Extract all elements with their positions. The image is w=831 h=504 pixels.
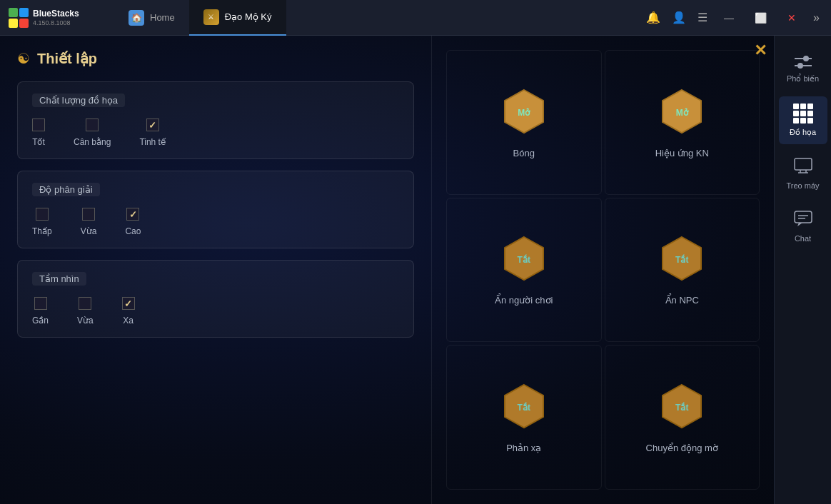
option-tot[interactable]: Tốt	[32, 119, 45, 147]
option-thap[interactable]: Thấp	[32, 208, 52, 236]
tab-home[interactable]: 🏠 Home	[114, 0, 189, 36]
logo-icon	[9, 8, 29, 28]
svg-rect-10	[795, 158, 812, 170]
hex-an-npc[interactable]: Tắt	[657, 233, 707, 286]
checkbox-vua2[interactable]	[79, 297, 91, 310]
sidebar-treo-may-label: Treo máy	[786, 181, 819, 190]
toggle-hieu-ung-label: Hiệu ứng KN	[655, 148, 709, 158]
sidebar-pho-bien-label: Phổ biến	[787, 74, 819, 84]
hex-an-nguoi-state: Tắt	[518, 255, 530, 265]
toggle-an-npc-label: Ẩn NPC	[665, 295, 699, 306]
checkbox-xa[interactable]	[122, 297, 135, 310]
option-cao[interactable]: Cao	[125, 208, 141, 236]
checkbox-tot[interactable]	[32, 119, 45, 131]
toggle-bong[interactable]: Mở Bóng	[446, 50, 602, 195]
option-vua[interactable]: Vừa	[81, 208, 97, 236]
toggle-phan-xa[interactable]: Tắt Phản xạ	[446, 345, 602, 490]
sliders-icon	[793, 54, 813, 70]
checkbox-cao[interactable]	[126, 208, 139, 221]
sidebar-item-pho-bien[interactable]: Phổ biến	[779, 47, 827, 91]
tam-nhin-options: Gần Vừa Xa	[32, 297, 399, 326]
sidebar-item-treo-may[interactable]: Treo máy	[779, 150, 827, 197]
hex-phan-xa[interactable]: Tắt	[499, 381, 549, 434]
hex-hieu-ung[interactable]: Mở	[657, 86, 707, 139]
svg-point-9	[797, 63, 803, 69]
checkbox-can-bang[interactable]	[86, 119, 99, 131]
hex-bong-state: Mở	[518, 108, 530, 118]
menu-icon[interactable]: ☰	[697, 11, 707, 24]
right-settings: Mở Bóng Mở Hiệu ứng KN Tắt Ẩn người chơi	[431, 36, 774, 504]
sidebar: Phổ biến Đồ họa	[774, 36, 831, 504]
hex-an-nguoi[interactable]: Tắt	[499, 233, 549, 286]
option-cao-label: Cao	[125, 226, 141, 236]
home-icon: 🏠	[129, 10, 144, 26]
panel-header: ☯ Thiết lập	[17, 50, 414, 67]
panel-title: Thiết lập	[37, 50, 97, 67]
option-can-bang[interactable]: Cân bằng	[74, 119, 111, 147]
option-can-bang-label: Cân bằng	[74, 137, 111, 147]
checkbox-vua[interactable]	[82, 208, 95, 221]
sidebar-item-chat[interactable]: Chat	[779, 203, 827, 250]
hex-chuyen-dong-state: Tắt	[675, 403, 688, 413]
section-do-phan-giai-label: Độ phân giải	[32, 183, 100, 196]
toggle-an-nguoi-choi[interactable]: Tắt Ẩn người chơi	[446, 198, 602, 343]
hex-chuyen-dong[interactable]: Tắt	[657, 381, 707, 434]
toggle-an-nguoi-label: Ẩn người chơi	[495, 295, 553, 306]
option-vua-label: Vừa	[81, 226, 97, 236]
section-do-phan-giai: Độ phân giải Thấp Vừa Cao	[17, 171, 414, 248]
minimize-button[interactable]: —	[719, 8, 739, 28]
sidebar-chat-label: Chat	[795, 234, 811, 243]
section-tam-nhin-label: Tầm nhìn	[32, 272, 86, 286]
grid-icon	[793, 104, 813, 124]
option-tinh-te[interactable]: Tinh tế	[139, 119, 166, 147]
sidebar-do-hoa-label: Đồ họa	[790, 128, 816, 137]
checkbox-thap[interactable]	[36, 208, 49, 221]
option-thap-label: Thấp	[32, 226, 52, 236]
do-phan-giai-options: Thấp Vừa Cao	[32, 208, 399, 236]
tab-game[interactable]: ⚔ Đạo Mộ Ký	[189, 0, 286, 36]
toggle-bong-label: Bóng	[513, 148, 535, 158]
svg-rect-14	[795, 211, 812, 223]
option-tot-label: Tốt	[32, 137, 45, 147]
toggle-an-npc[interactable]: Tắt Ẩn NPC	[605, 198, 760, 343]
checkbox-gan[interactable]	[34, 297, 47, 310]
app-name: BlueStacks	[33, 9, 79, 19]
bell-icon[interactable]: 🔔	[646, 11, 660, 24]
toggle-hieu-ung-kn[interactable]: Mở Hiệu ứng KN	[605, 50, 760, 195]
chevron-right-icon[interactable]: »	[813, 11, 820, 24]
option-xa-label: Xa	[123, 316, 134, 326]
tab-home-label: Home	[150, 12, 175, 23]
option-tinh-te-label: Tinh tế	[139, 137, 166, 147]
checkbox-tinh-te[interactable]	[146, 119, 159, 131]
hex-bong[interactable]: Mở	[499, 86, 549, 139]
app-logo: BlueStacks 4.150.8.1008	[0, 8, 114, 28]
chat-luong-options: Tốt Cân bằng Tinh tế	[32, 119, 399, 147]
close-button[interactable]: ✕	[782, 8, 802, 28]
user-icon[interactable]: 👤	[672, 11, 686, 24]
tab-game-label: Đạo Mộ Ký	[225, 11, 272, 22]
svg-point-7	[803, 56, 809, 61]
yin-yang-icon: ☯	[17, 50, 30, 67]
section-chat-luong: Chất lượng đồ họa Tốt Cân bằng Tinh tế	[17, 81, 414, 159]
sidebar-item-do-hoa[interactable]: Đồ họa	[779, 96, 827, 144]
panel-close-button[interactable]: ✕	[754, 41, 767, 60]
section-chat-luong-label: Chất lượng đồ họa	[32, 94, 125, 107]
monitor-icon	[793, 157, 813, 177]
game-icon: ⚔	[203, 9, 219, 25]
option-gan-label: Gần	[32, 316, 49, 326]
app-version: 4.150.8.1008	[33, 19, 79, 26]
hex-an-npc-state: Tắt	[675, 255, 688, 265]
option-xa[interactable]: Xa	[122, 297, 135, 326]
option-vua2-label: Vừa	[77, 316, 94, 326]
settings-panel: ☯ Thiết lập Chất lượng đồ họa Tốt Cân bằ…	[0, 36, 431, 504]
toggle-phan-xa-label: Phản xạ	[506, 443, 541, 453]
option-gan[interactable]: Gần	[32, 297, 49, 326]
chat-icon	[793, 210, 813, 230]
option-vua2[interactable]: Vừa	[77, 297, 94, 326]
titlebar: BlueStacks 4.150.8.1008 🏠 Home ⚔ Đạo Mộ …	[0, 0, 831, 36]
toggle-chuyen-dong-label: Chuyển động mờ	[646, 443, 718, 453]
hex-phan-xa-state: Tắt	[518, 403, 530, 413]
toggle-chuyen-dong-mo[interactable]: Tắt Chuyển động mờ	[605, 345, 760, 490]
titlebar-controls: 🔔 👤 ☰ — ⬜ ✕ »	[646, 8, 831, 28]
restore-button[interactable]: ⬜	[750, 8, 770, 28]
